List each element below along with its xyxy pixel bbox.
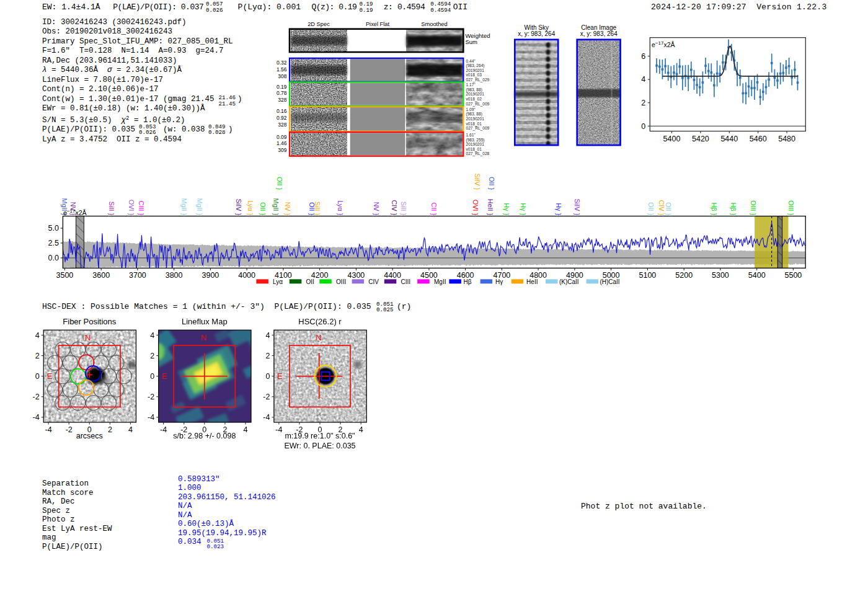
svg-text:0.32: 0.32	[277, 60, 287, 66]
svg-text:0.0: 0.0	[48, 254, 59, 262]
svg-text:5.0: 5.0	[48, 224, 59, 233]
svg-text:309: 309	[278, 147, 286, 153]
svg-text:5440: 5440	[720, 135, 738, 143]
svg-text:m:19.9 re:1.0" s:0.6": m:19.9 re:1.0" s:0.6"	[285, 432, 355, 440]
svg-text:Lyα }: Lyα }	[337, 200, 344, 215]
svg-text:HeII: HeII	[526, 278, 538, 285]
svg-text:CIII }: CIII }	[138, 201, 145, 216]
svg-text:-2: -2	[263, 393, 270, 401]
svg-text:3900: 3900	[202, 271, 219, 280]
svg-text:-2: -2	[66, 425, 73, 434]
svg-text:CIV: CIV	[368, 278, 379, 285]
svg-text:x, y: 983, 264: x, y: 983, 264	[580, 30, 618, 37]
svg-text:N: N	[201, 333, 206, 342]
svg-text:NV }: NV }	[284, 202, 291, 215]
svg-text:Hγ: Hγ	[495, 278, 503, 285]
svg-text:2: 2	[35, 352, 40, 360]
svg-text:4: 4	[128, 425, 133, 434]
svg-text:0.92: 0.92	[277, 115, 287, 121]
svg-text:328: 328	[278, 122, 286, 128]
svg-text:2D Spec: 2D Spec	[308, 21, 330, 27]
svg-text:4300: 4300	[347, 271, 365, 280]
svg-text:4: 4	[359, 425, 363, 434]
svg-text:3700: 3700	[129, 271, 146, 280]
svg-text:5200: 5200	[675, 271, 693, 280]
svg-text:-4: -4	[160, 425, 167, 434]
svg-text:s/b: 2.98 +/- 0.098: s/b: 2.98 +/- 0.098	[173, 432, 236, 440]
svg-text:MgII: MgII	[434, 278, 446, 285]
svg-text:-4: -4	[148, 413, 154, 422]
svg-text:N: N	[316, 333, 321, 342]
svg-text:OII }: OII }	[276, 177, 283, 190]
svg-text:5400: 5400	[748, 271, 766, 280]
svg-text:1.09": 1.09"	[466, 107, 476, 112]
svg-text:20190201: 20190201	[466, 92, 485, 96]
svg-text:E: E	[47, 371, 53, 381]
svg-text:OII }: OII }	[665, 202, 672, 215]
svg-text:MgII }: MgII }	[196, 198, 203, 215]
svg-text:OII }: OII }	[259, 202, 267, 215]
svg-text:-2: -2	[148, 393, 154, 401]
svg-text:(K)CaII: (K)CaII	[559, 278, 579, 285]
svg-text:2: 2	[108, 425, 112, 434]
svg-text:HSC(26.2) r: HSC(26.2) r	[298, 317, 342, 326]
svg-text:SiIV }: SiIV }	[235, 199, 242, 216]
svg-text:SiII }: SiII }	[314, 202, 321, 216]
svg-text:OII }: OII }	[647, 202, 655, 215]
svg-text:e−17x2Å: e−17x2Å	[652, 40, 675, 48]
svg-text:4: 4	[641, 75, 645, 84]
svg-text:1.46: 1.46	[277, 140, 287, 146]
svg-text:027_RL_009: 027_RL_009	[466, 126, 490, 131]
svg-text:Lineflux Map: Lineflux Map	[182, 317, 228, 326]
svg-text:Hγ }: Hγ }	[503, 203, 510, 215]
svg-text:Smoothed: Smoothed	[421, 21, 447, 27]
svg-text:0: 0	[265, 372, 270, 381]
svg-text:Lyα }: Lyα }	[247, 200, 254, 215]
svg-text:2.5: 2.5	[48, 239, 59, 247]
svg-text:2: 2	[150, 352, 154, 360]
svg-text:4000: 4000	[238, 271, 255, 280]
svg-text:0: 0	[35, 372, 40, 381]
svg-text:Hγ }: Hγ }	[555, 203, 562, 215]
svg-text:027_RL_029: 027_RL_029	[466, 78, 490, 82]
svg-text:4: 4	[265, 331, 270, 340]
svg-text:3500: 3500	[56, 271, 73, 280]
svg-text:0.16: 0.16	[277, 108, 287, 114]
svg-text:20190201: 20190201	[466, 142, 485, 146]
svg-text:Hβ: Hβ	[464, 278, 472, 285]
svg-text:MgII }: MgII }	[272, 198, 280, 215]
svg-text:SiIV }: SiIV }	[474, 174, 481, 190]
svg-text:Hβ }: Hβ }	[730, 202, 737, 215]
svg-text:1.61": 1.61"	[466, 133, 476, 137]
svg-text:5300: 5300	[712, 271, 729, 280]
svg-text:5500: 5500	[784, 271, 802, 280]
svg-text:1.56: 1.56	[277, 66, 287, 73]
svg-text:e−17x2Å: e−17x2Å	[63, 208, 87, 216]
svg-text:328: 328	[278, 97, 286, 103]
svg-text:2: 2	[265, 352, 270, 360]
svg-text:5480: 5480	[778, 135, 795, 143]
svg-text:5460: 5460	[750, 135, 767, 143]
svg-text:(H)CaII: (H)CaII	[600, 278, 619, 285]
svg-text:308: 308	[278, 73, 286, 79]
svg-text:CIV }: CIV }	[391, 200, 398, 215]
svg-text:4: 4	[35, 331, 40, 340]
svg-text:0.09: 0.09	[277, 134, 287, 140]
svg-text:arcsecs: arcsecs	[76, 432, 103, 440]
svg-text:E: E	[277, 371, 283, 381]
svg-text:-4: -4	[45, 425, 52, 434]
svg-text:x, y: 983, 264: x, y: 983, 264	[518, 30, 555, 37]
svg-text:027_RL_009: 027_RL_009	[466, 102, 490, 107]
svg-text:OVI }: OVI }	[128, 200, 135, 216]
svg-text:0: 0	[150, 372, 154, 381]
svg-text:0: 0	[641, 122, 645, 131]
svg-text:5100: 5100	[639, 271, 656, 280]
svg-text:SiIV }: SiIV }	[574, 199, 581, 216]
svg-text:1.17": 1.17"	[466, 82, 476, 87]
svg-text:MgII }: MgII }	[180, 198, 188, 215]
svg-text:Pixel Flat: Pixel Flat	[366, 21, 390, 27]
svg-text:NV }: NV }	[373, 202, 380, 215]
svg-text:Hγ }: Hγ }	[520, 203, 527, 215]
svg-text:0.44": 0.44"	[466, 59, 476, 63]
svg-text:Sum: Sum	[466, 38, 478, 45]
